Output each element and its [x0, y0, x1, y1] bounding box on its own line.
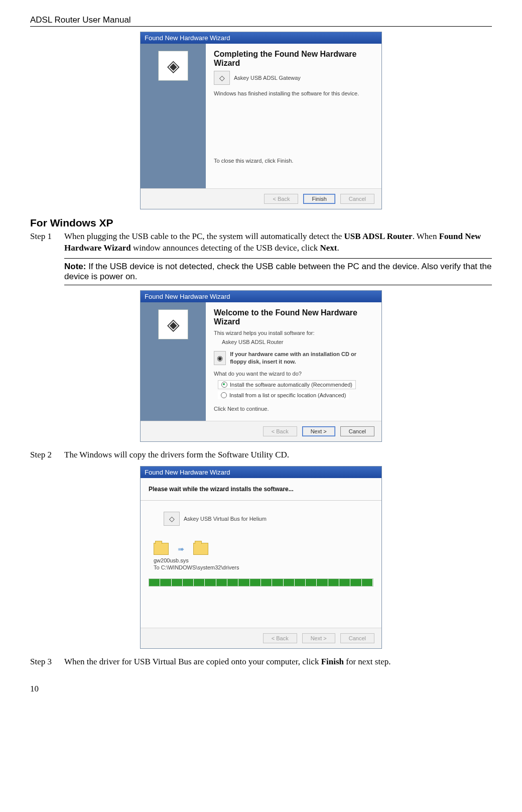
step-text: When the driver for USB Virtual Bus are …	[64, 656, 390, 668]
radio-icon	[221, 382, 227, 388]
back-button[interactable]: < Back	[264, 194, 298, 204]
back-button[interactable]: < Back	[263, 426, 297, 436]
arrow-icon: ➠	[178, 544, 184, 554]
device-icon: ◇	[214, 71, 230, 85]
folder-icon	[193, 543, 208, 555]
screenshot-finish-wizard: Found New Hardware Wizard ◈ Completing t…	[140, 32, 382, 209]
screenshot-welcome-wizard: Found New Hardware Wizard ◈ Welcome to t…	[140, 290, 382, 442]
finish-button[interactable]: Finish	[303, 194, 335, 204]
cancel-button[interactable]: Cancel	[340, 633, 374, 643]
continue-text: Click Next to continue.	[214, 405, 373, 412]
doc-header: ADSL Router User Manual	[30, 15, 492, 27]
info-text: If your hardware came with an installati…	[230, 351, 373, 365]
wizard-line: Windows has finished installing the soft…	[214, 90, 373, 97]
hardware-icon: ◈	[158, 51, 188, 81]
dest-path: To C:\WINDOWS\system32\drivers	[154, 564, 373, 571]
question-text: What do you want the wizard to do?	[214, 370, 373, 377]
cancel-button[interactable]: Cancel	[340, 426, 374, 436]
radio-auto-install[interactable]: Install the software automatically (Reco…	[218, 380, 356, 389]
wizard-line: This wizard helps you install software f…	[214, 329, 373, 336]
file-name: gw200usb.sys	[154, 557, 373, 564]
next-button[interactable]: Next >	[302, 633, 335, 643]
note-box: Note: If the USB device is not detected,…	[64, 258, 492, 285]
window-title: Found New Hardware Wizard	[141, 32, 381, 44]
wizard-heading: Welcome to the Found New Hardware Wizard	[214, 308, 373, 326]
step-label: Step 2	[30, 449, 64, 461]
wizard-heading: Completing the Found New Hardware Wizard	[214, 50, 373, 68]
step-text: When plugging the USB cable to the PC, t…	[64, 231, 492, 254]
wizard-heading: Please wait while the wizard installs th…	[149, 486, 294, 493]
window-title: Found New Hardware Wizard	[141, 291, 381, 302]
cancel-button[interactable]: Cancel	[340, 194, 374, 204]
wizard-line: To close this wizard, click Finish.	[214, 157, 373, 164]
step-label: Step 1	[30, 231, 64, 254]
hardware-icon: ◈	[158, 309, 188, 339]
progress-bar	[149, 578, 373, 587]
next-button[interactable]: Next >	[302, 426, 335, 436]
cd-icon: ◉	[214, 351, 226, 365]
folder-icon	[154, 543, 169, 555]
step-text: The Windows will copy the drivers form t…	[64, 449, 289, 461]
window-title: Found New Hardware Wizard	[141, 467, 381, 478]
section-heading: For Windows XP	[30, 217, 492, 229]
radio-specific-location[interactable]: Install from a list or specific location…	[218, 391, 349, 399]
back-button[interactable]: < Back	[263, 633, 297, 643]
radio-icon	[221, 392, 227, 398]
step-label: Step 3	[30, 656, 64, 668]
page-number: 10	[0, 684, 522, 704]
device-icon: ◇	[164, 512, 180, 526]
device-name: Askey USB ADSL Gateway	[234, 74, 301, 81]
device-name: Askey USB Virtual Bus for Helium	[184, 515, 267, 522]
screenshot-installing: Found New Hardware Wizard Please wait wh…	[140, 466, 382, 649]
device-name: Askey USB ADSL Router	[222, 338, 373, 345]
